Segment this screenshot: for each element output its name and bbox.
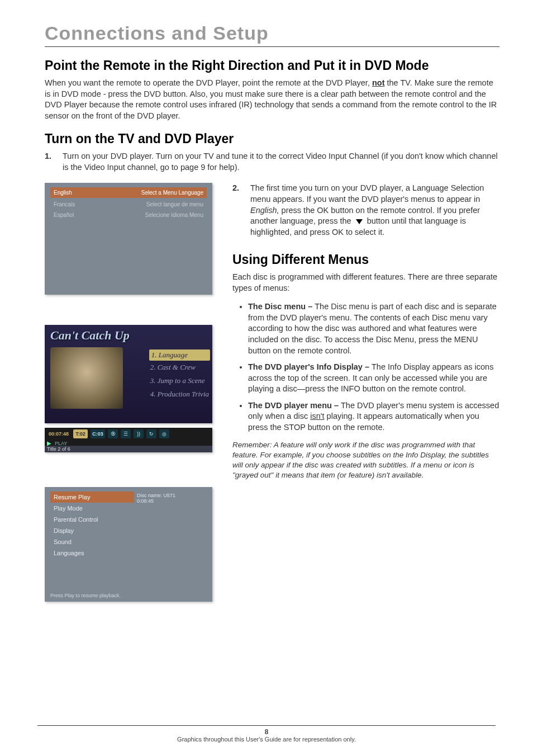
section1-not: not bbox=[372, 78, 385, 87]
disc-title: Can't Catch Up bbox=[50, 328, 130, 343]
info-title2: Title 2 of 6 bbox=[45, 446, 212, 452]
footer: 8 Graphics throughout this User's Guide … bbox=[0, 725, 533, 743]
player-item-playmode: Play Mode bbox=[50, 503, 134, 514]
page-number: 8 bbox=[0, 728, 533, 736]
info-target-icon: ◎ bbox=[159, 429, 169, 438]
step2-a: The first time you turn on your DVD play… bbox=[250, 183, 484, 204]
info-title-chip: T:02 bbox=[73, 429, 88, 438]
player-disc-time: 0:08:45 bbox=[137, 498, 175, 504]
disc-opt-4: 4. Production Trivia bbox=[149, 388, 210, 401]
lang-row-francais: Francais Select langue de menu bbox=[50, 199, 207, 210]
lang-francais-l: Francais bbox=[54, 201, 113, 207]
figure-info-display: 00:07:48 T:02 C:03 ⦿ ☰ )) ↻ ◎ ▶ PLAY Tit… bbox=[45, 428, 212, 452]
figure-player-menu: Resume Play Play Mode Parental Control D… bbox=[45, 487, 212, 602]
section1-body-a: When you want the remote to operate the … bbox=[45, 78, 372, 87]
player-item-sound: Sound bbox=[50, 536, 134, 547]
lang-english-r: Select a Menu Language bbox=[141, 190, 203, 196]
info-play-label: PLAY bbox=[55, 441, 67, 446]
lang-english-l: English bbox=[54, 190, 113, 196]
bullet-disc-lead: The Disc menu – bbox=[248, 302, 315, 311]
lang-row-english: English Select a Menu Language bbox=[50, 187, 207, 198]
bullet-player-lead: The DVD player menu – bbox=[248, 401, 341, 410]
section2-title: Turn on the TV and DVD Player bbox=[45, 131, 499, 147]
step-1: 1. Turn on your DVD player. Turn on your… bbox=[45, 151, 499, 173]
info-chapter-chip: C:03 bbox=[91, 429, 105, 438]
step-2: 2. The first time you turn on your DVD p… bbox=[232, 183, 499, 238]
player-item-parental: Parental Control bbox=[50, 514, 134, 525]
info-subtitle-icon: ☰ bbox=[121, 429, 131, 438]
disc-movie-thumb bbox=[50, 347, 123, 409]
section1-title: Point the Remote in the Right Direction … bbox=[45, 58, 499, 73]
info-audio-icon: )) bbox=[134, 429, 144, 438]
step1-num: 1. bbox=[45, 151, 55, 173]
footer-rule bbox=[37, 725, 496, 726]
section1-body: When you want the remote to operate the … bbox=[45, 78, 499, 121]
player-disc-name: Disc name: U571 bbox=[137, 493, 175, 498]
info-time: 00:07:48 bbox=[47, 431, 70, 437]
info-repeat-icon: ↻ bbox=[146, 429, 156, 438]
footer-note: Graphics throughout this User's Guide ar… bbox=[177, 736, 356, 743]
section3-title: Using Different Menus bbox=[232, 252, 499, 267]
chapter-title: Connections and Setup bbox=[45, 22, 499, 44]
disc-opt-3: 3. Jump to a Scene bbox=[149, 374, 210, 388]
info-angle-icon: ⦿ bbox=[108, 429, 118, 438]
player-item-display: Display bbox=[50, 525, 134, 536]
chapter-rule bbox=[45, 46, 499, 47]
bullet-player-isnt: isn't bbox=[310, 412, 324, 420]
section3-note: Remember: A feature will only work if th… bbox=[232, 440, 499, 481]
bullet-disc-menu: The Disc menu – The Disc menu is part of… bbox=[248, 301, 499, 356]
lang-espanol-r: Selecione Idioma Menu bbox=[145, 212, 203, 218]
figure-language-menu: English Select a Menu Language Francais … bbox=[45, 183, 212, 295]
player-hint: Press Play to resume playback. bbox=[50, 593, 121, 598]
step1-text: Turn on your DVD player. Turn on your TV… bbox=[63, 151, 499, 173]
step2-english: English, bbox=[250, 206, 279, 215]
bullet-info-lead: The DVD player's Info Display – bbox=[248, 362, 372, 371]
bullet-info-display: The DVD player's Info Display – The Info… bbox=[248, 362, 499, 395]
lang-espanol-l: Español bbox=[54, 212, 113, 218]
disc-opt-1: 1. Language bbox=[149, 349, 210, 361]
bullet-player-menu: The DVD player menu – The DVD player's m… bbox=[248, 400, 499, 433]
lang-row-espanol: Español Selecione Idioma Menu bbox=[50, 210, 207, 220]
disc-opt-2: 2. Cast & Crew bbox=[149, 361, 210, 374]
step2-num: 2. bbox=[232, 183, 242, 238]
figure-disc-menu: Can't Catch Up 1. Language 2. Cast & Cre… bbox=[45, 325, 212, 423]
step2-text: The first time you turn on your DVD play… bbox=[250, 183, 499, 238]
lang-francais-r: Select langue de menu bbox=[146, 201, 203, 207]
player-item-resume: Resume Play bbox=[50, 492, 134, 503]
down-arrow-icon bbox=[356, 219, 363, 224]
section3-intro: Each disc is programmed with different f… bbox=[232, 272, 499, 294]
player-item-languages: Languages bbox=[50, 547, 134, 559]
